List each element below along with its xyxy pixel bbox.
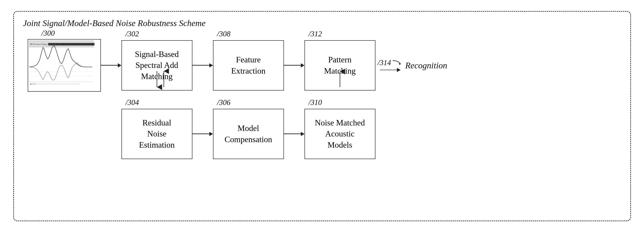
box-signal-based-text: Signal-Based Spectral Add Matching — [135, 49, 179, 82]
box-residual-noise: Residual Noise Estimation — [122, 109, 192, 159]
box-model-compensation: Model Compensation — [213, 109, 284, 159]
label-302: /302 — [126, 30, 139, 38]
box-feature-extraction: Feature Extraction — [213, 40, 284, 90]
box-signal-based: Signal-Based Spectral Add Matching — [122, 40, 192, 90]
box-feature-extraction-text: Feature Extraction — [231, 54, 266, 76]
label-300: /300 — [42, 29, 55, 37]
label-312: /312 — [308, 30, 322, 38]
label-304: /304 — [126, 98, 139, 107]
box-noise-matched: Noise Matched Acoustic Models — [304, 109, 376, 159]
label-306: /306 — [217, 98, 230, 107]
svg-text:■ Waveform Display ███████████: ■ Waveform Display █████████████████████… — [30, 43, 94, 45]
label-310: /310 — [308, 98, 322, 107]
recognition-text: Recognition — [405, 60, 447, 70]
label-314: /314 — [378, 58, 391, 67]
diagram-container: Joint Signal/Model-Based Noise Robustnes… — [13, 11, 631, 221]
box-model-compensation-text: Model Compensation — [225, 123, 272, 145]
waveform-svg: ■ Waveform Display █████████████████████… — [28, 39, 94, 85]
curve-arrow-314 — [392, 59, 403, 66]
box-pattern-matching: Pattern Matching — [304, 40, 376, 90]
svg-text:▶ 0:00    ────────────────────: ▶ 0:00 ─────────────────────────────────… — [30, 83, 80, 85]
waveform-display: ■ Waveform Display █████████████████████… — [28, 39, 101, 92]
box-pattern-matching-text: Pattern Matching — [324, 54, 356, 76]
box-residual-noise-text: Residual Noise Estimation — [139, 117, 175, 151]
box-noise-matched-text: Noise Matched Acoustic Models — [315, 117, 365, 151]
recognition-area: Recognition — [405, 60, 447, 70]
label-308: /308 — [217, 30, 230, 38]
